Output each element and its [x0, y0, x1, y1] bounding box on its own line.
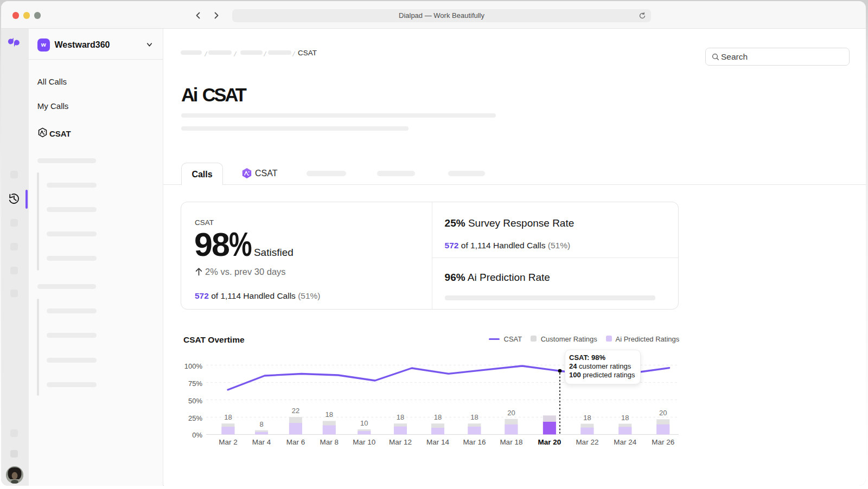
- svg-text:Mar 24: Mar 24: [614, 438, 637, 446]
- svg-text:50%: 50%: [188, 397, 202, 405]
- svg-text:Mar 12: Mar 12: [389, 438, 412, 446]
- svg-text:18: 18: [224, 413, 232, 421]
- svg-text:8: 8: [259, 420, 263, 428]
- svg-text:Mar 18: Mar 18: [500, 438, 522, 446]
- svg-text:10: 10: [360, 419, 368, 427]
- svg-text:Mar 2: Mar 2: [219, 438, 238, 446]
- svg-text:Mar 4: Mar 4: [252, 438, 271, 446]
- svg-text:25%: 25%: [188, 414, 202, 422]
- svg-text:Mar 20: Mar 20: [538, 438, 561, 446]
- svg-text:75%: 75%: [188, 379, 202, 388]
- svg-text:20: 20: [507, 409, 515, 417]
- svg-text:22: 22: [292, 407, 299, 415]
- svg-text:Mar 14: Mar 14: [426, 438, 450, 446]
- svg-text:18: 18: [470, 413, 478, 421]
- svg-text:20: 20: [659, 409, 667, 417]
- svg-text:Mar 16: Mar 16: [463, 438, 486, 446]
- svg-text:Mar 10: Mar 10: [353, 438, 375, 446]
- svg-text:18: 18: [583, 414, 591, 422]
- svg-text:100%: 100%: [184, 362, 203, 370]
- svg-text:0%: 0%: [192, 431, 202, 439]
- svg-text:Mar 22: Mar 22: [576, 438, 598, 446]
- svg-text:Mar 26: Mar 26: [652, 438, 674, 446]
- svg-text:18: 18: [621, 414, 629, 422]
- svg-text:Mar 8: Mar 8: [320, 438, 339, 446]
- svg-text:Mar 6: Mar 6: [286, 438, 305, 446]
- svg-text:18: 18: [434, 413, 442, 421]
- svg-text:18: 18: [397, 413, 404, 421]
- svg-text:18: 18: [326, 410, 333, 419]
